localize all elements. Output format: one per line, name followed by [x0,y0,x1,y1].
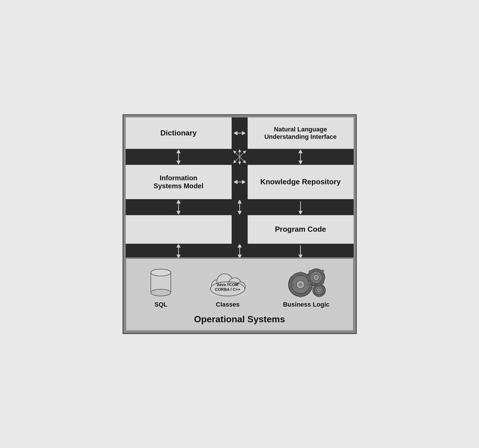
classes-cloud-icon: Java / COM CORBA / C++ [208,267,248,297]
bidirectional-arrow-mid [234,178,245,186]
kr-cell: Knowledge Repository [248,165,354,199]
svg-rect-57 [290,283,294,286]
mid-h-arrow [233,165,247,199]
ism-down-arrow [174,200,183,214]
sql-item: SQL [149,267,172,308]
operational-label: Operational Systems [194,314,285,324]
svg-point-75 [315,276,317,279]
svg-text:Java / COM: Java / COM [217,282,238,287]
classes-label: Classes [216,301,240,308]
svg-point-83 [318,289,320,291]
left-down-to-op [174,245,183,257]
svg-rect-82 [324,289,326,291]
svg-rect-69 [307,276,310,279]
row6-center [233,245,247,257]
op-items-row: SQL Java / COM CORB [132,266,347,308]
svg-rect-80 [318,295,320,297]
kr-label: Knowledge Repository [260,177,341,186]
svg-rect-79 [318,283,320,286]
bidirectional-arrow-top [234,129,245,137]
nlui-label: Natural Language Understanding Interface [264,126,336,141]
right-down-to-op [296,245,305,257]
row2-right [248,150,354,164]
row5-center [233,215,247,244]
cross-arrow-connector [233,150,247,164]
ism-cell: Information Systems Model [126,165,232,199]
svg-rect-81 [312,289,314,291]
row4-center [233,200,247,214]
row4-right [248,200,354,214]
row6-left [126,245,232,257]
svg-point-42 [151,269,171,276]
pc-cell: Program Code [248,215,354,244]
row6-right [248,245,354,257]
center-down-to-op [235,245,244,257]
dictionary-label: Dictionary [160,129,197,137]
nlui-cell: Natural Language Understanding Interface [248,117,354,149]
operational-section: SQL Java / COM CORB [126,258,354,331]
center-down-arrow [235,200,244,214]
outer-frame: Dictionary Natural Language Understandin… [123,114,357,334]
business-logic-label: Business Logic [283,301,330,308]
svg-point-41 [151,289,171,296]
svg-rect-55 [299,272,302,275]
pc-label: Program Code [275,225,326,234]
empty-cell [126,215,232,244]
kr-pc-arrow [296,200,305,214]
sql-cylinder-icon [149,267,172,297]
ism-label: Information Systems Model [154,174,204,190]
sql-label: SQL [155,301,167,308]
business-logic-item: Business Logic [283,266,330,308]
row4-left [126,200,232,214]
main-grid: Dictionary Natural Language Understandin… [126,117,354,257]
operational-title: Operational Systems [132,314,347,325]
nlui-kr-arrow [296,150,305,164]
top-h-arrow [233,117,247,149]
svg-text:CORBA / C++: CORBA / C++ [215,287,240,292]
dictionary-cell: Dictionary [126,117,232,149]
classes-item: Java / COM CORBA / C++ Classes [208,267,248,308]
svg-rect-70 [322,276,325,279]
dict-ism-arrow [174,150,183,164]
svg-point-63 [299,283,302,286]
svg-rect-56 [299,294,302,297]
row2-left [126,150,232,164]
business-logic-gears-icon [283,266,329,297]
svg-rect-67 [315,268,317,271]
